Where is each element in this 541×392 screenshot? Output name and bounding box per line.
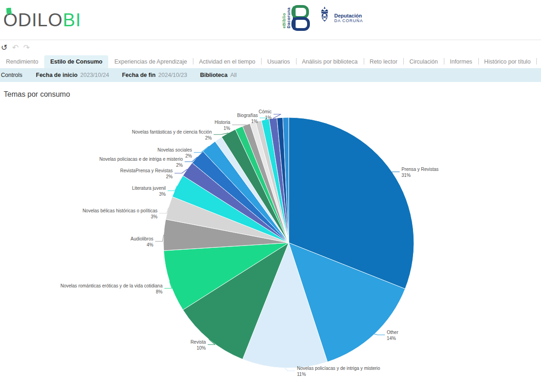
tab-circulaci-n[interactable]: Circulación — [403, 55, 444, 68]
deputacion-logo: Deputación DA CORUÑA — [318, 6, 363, 30]
ebiblio-logo: eBiblio Dacoruna — [282, 5, 311, 31]
slice-label: Cómic — [259, 109, 272, 114]
label-connector — [155, 235, 164, 241]
slice-label: Historia — [215, 120, 230, 125]
controls-bar: Controls Fecha de inicio2023/10/24Fecha … — [0, 68, 541, 82]
slice-pct-label: 3% — [151, 214, 158, 219]
slice-label: Novelas románticas eróticas y de la vida… — [60, 283, 163, 288]
tab-an-lisis-por-biblioteca[interactable]: Análisis por biblioteca — [296, 55, 364, 68]
control-field-value[interactable]: All — [230, 72, 237, 78]
app-header: ODILOBI eBiblio Dacoruna — [0, 0, 541, 40]
slice-pct-label: 2% — [176, 163, 183, 168]
deputacion-crest-icon — [318, 6, 332, 30]
report-content: Temas por consumo Prensa y Revistas31%Ot… — [0, 82, 541, 386]
tab-rendimiento[interactable]: Rendimiento — [0, 55, 44, 68]
controls-title: Controls — [0, 72, 36, 78]
tab-experiencias-de-aprendizaje[interactable]: Experiencias de Aprendizaje — [108, 55, 193, 68]
refresh-icon[interactable]: ↺ — [1, 44, 7, 52]
control-field-label: Biblioteca — [200, 72, 227, 78]
slice-label: Literatura juvenil — [132, 186, 166, 191]
dacoruna-caps-label: DA CORUÑA — [334, 18, 363, 23]
tab-estilo-de-consumo[interactable]: Estilo de Consumo — [44, 55, 108, 68]
slice-label: Novelas policíacas y de intriga y mister… — [297, 366, 380, 371]
tab-hist-rico-por-centro[interactable]: Histórico por centro — [536, 55, 541, 68]
slice-label: Biografías — [237, 113, 258, 118]
undo-icon[interactable]: ↶ — [12, 44, 18, 52]
slice-pct-label: 1% — [251, 119, 258, 124]
slice-pct-label: 3% — [159, 192, 166, 197]
ebiblio-b-icon — [291, 5, 311, 31]
tab-informes[interactable]: Informes — [444, 55, 478, 68]
odilo-bi-logo: ODILOBI — [3, 9, 81, 30]
slice-pct-label: 1% — [265, 115, 272, 120]
tab-usuarios[interactable]: Usuarios — [261, 55, 296, 68]
control-field-fecha-de-fin[interactable]: Fecha de fin2024/10/23 — [122, 72, 187, 78]
tab-actividad-en-el-tiempo[interactable]: Actividad en el tiempo — [193, 55, 261, 68]
slice-pct-label: 2% — [205, 135, 212, 140]
slice-pct-label: 11% — [297, 372, 306, 377]
slice-pct-label: 8% — [156, 289, 163, 294]
control-field-label: Fecha de fin — [122, 72, 156, 78]
slice-pct-label: 14% — [387, 336, 396, 341]
toolbar: ↺ ↶ ↷ — [0, 40, 541, 55]
dacoruna-label: Dacoruna — [286, 7, 291, 29]
slice-pct-label: 4% — [147, 242, 154, 247]
slice-pct-label: 2% — [166, 174, 173, 179]
control-field-value[interactable]: 2024/10/23 — [158, 72, 187, 78]
control-field-biblioteca[interactable]: BibliotecaAll — [200, 72, 237, 78]
control-field-fecha-de-inicio[interactable]: Fecha de inicio2023/10/24 — [36, 72, 109, 78]
slice-label: Novelas policiacas e de intriga e mister… — [99, 157, 183, 162]
pie-chart: Prensa y Revistas31%Other14%Novelas poli… — [0, 100, 541, 386]
deputacion-label: Deputación — [334, 13, 363, 18]
label-connector — [374, 334, 385, 335]
slice-label: Audiolibros — [131, 236, 153, 241]
tab-reto-lector[interactable]: Reto lector — [364, 55, 403, 68]
slice-label: Prensa y Revistas — [401, 167, 439, 172]
slice-pct-label: 2% — [186, 153, 192, 158]
tab-hist-rico-por-t-tulo[interactable]: Histórico por título — [478, 55, 537, 68]
control-field-value[interactable]: 2023/10/24 — [80, 72, 109, 78]
slice-pct-label: 1% — [224, 126, 231, 131]
redo-icon[interactable]: ↷ — [23, 44, 30, 52]
slice-label: Novelas bélicas históricas o políticas — [82, 208, 157, 213]
logo-accent-text: BI — [63, 10, 81, 30]
tab-bar: RendimientoEstilo de ConsumoExperiencias… — [0, 55, 541, 68]
slice-label: RevistaPrensa y Revistas — [120, 168, 173, 173]
control-field-label: Fecha de inicio — [36, 72, 77, 78]
logo-main-text: ODILO — [3, 10, 63, 30]
slice-label: Revista — [191, 339, 206, 345]
slice-pct-label: 10% — [197, 345, 206, 351]
label-connector — [392, 172, 400, 172]
slice-label: Other — [387, 330, 399, 335]
slice-label: Novelas fantásticas y de ciencia ficción — [132, 129, 212, 135]
label-connector — [159, 208, 169, 213]
ebiblio-label: eBiblio — [282, 7, 286, 29]
slice-label: Novelas sociales — [157, 147, 192, 152]
label-connector — [285, 368, 296, 371]
chart-title: Temas por consumo — [0, 82, 541, 99]
slice-pct-label: 31% — [401, 173, 411, 178]
partner-logos: eBiblio Dacoruna Deputación DA COR — [282, 5, 363, 31]
